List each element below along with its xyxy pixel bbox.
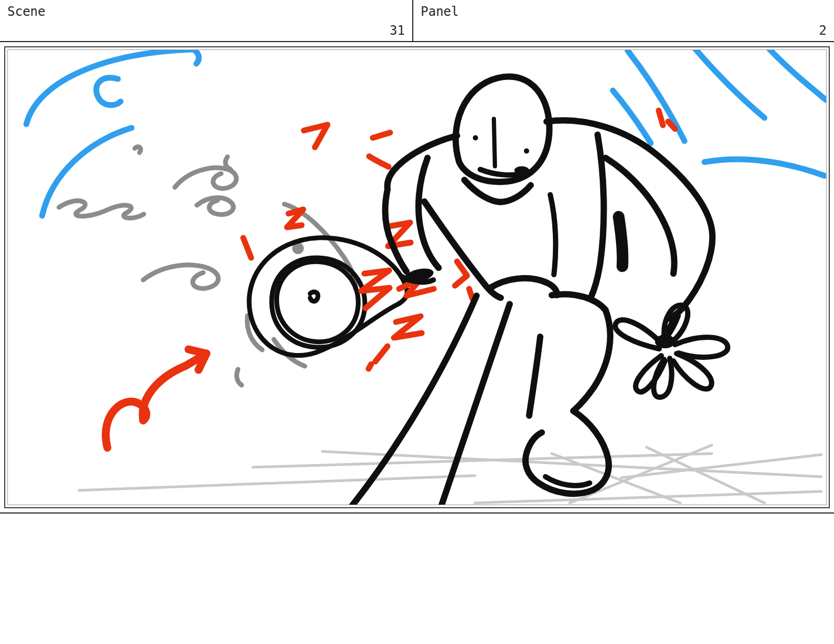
character-mouth-blob [514, 166, 529, 175]
character-flower-hand [615, 305, 728, 397]
storyboard-sketch [8, 50, 826, 505]
notes-area [0, 514, 834, 644]
motion-arcs-blue [26, 50, 826, 216]
character-right-arm [547, 120, 712, 319]
character-right-eye [524, 148, 529, 154]
character-legs [352, 294, 610, 505]
drawing-canvas[interactable] [7, 49, 827, 505]
panel-field: Panel 2 [413, 0, 834, 41]
character-left-arm [385, 136, 457, 282]
scene-field: Scene 31 [0, 0, 413, 41]
character-left-eye [473, 135, 478, 140]
header-row: Scene 31 Panel 2 [0, 0, 834, 42]
speed-trail-gray [59, 147, 355, 385]
character-torso [424, 135, 604, 298]
character-wrist-knuckle [655, 335, 675, 348]
drawing-frame [4, 46, 830, 508]
direction-arrow-red [106, 349, 206, 448]
scene-value: 31 [390, 23, 405, 38]
character-head [455, 76, 549, 202]
storyboard-page: Scene 31 Panel 2 [0, 0, 834, 644]
panel-value: 2 [819, 23, 827, 38]
panel-label: Panel [421, 4, 459, 19]
scene-label: Scene [7, 4, 45, 19]
